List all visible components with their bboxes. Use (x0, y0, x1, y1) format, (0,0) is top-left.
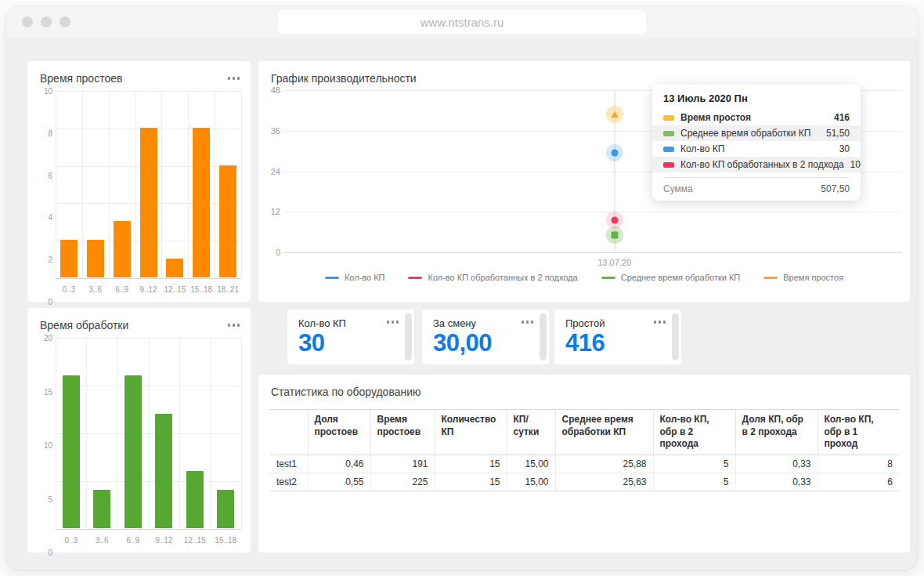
gridline (56, 529, 241, 530)
x-tick-label: 6..9 (115, 285, 128, 294)
panel-stats: Статистика по оборудованию Доля простоев… (258, 375, 910, 552)
table-header-row: Доля простоевВремя простоевКоличество КП… (270, 410, 899, 455)
data-point-triangle[interactable] (611, 111, 619, 118)
value-cell: 15,00 (507, 455, 555, 473)
tooltip-series-marker (663, 131, 674, 136)
gridline (86, 338, 87, 529)
y-tick-label: 2 (35, 255, 52, 264)
legend-marker (763, 277, 778, 279)
performance-legend: Кол-во КПКол-во КП обработанных в 2 подх… (258, 273, 910, 282)
ellipsis-icon (233, 77, 236, 80)
data-point-square[interactable] (611, 231, 618, 238)
legend-marker (601, 277, 615, 279)
window-control-dot[interactable] (22, 16, 33, 27)
y-tick-label: 48 (266, 85, 280, 95)
value-cell: 25,63 (555, 473, 653, 491)
kpi-card-1: Кол-во КП30 (287, 310, 414, 364)
table-header-cell: КП/ сутки (507, 410, 555, 455)
value-cell: 15 (435, 473, 507, 491)
gridline (241, 91, 242, 278)
gridline (188, 91, 189, 278)
tooltip-row: Время простоя416 (652, 110, 861, 125)
kpi-menu-button[interactable] (652, 317, 668, 327)
kpi-scrollbar[interactable] (672, 313, 679, 360)
gridline (117, 338, 118, 529)
bar-12..15[interactable] (186, 471, 204, 528)
legend-item[interactable]: Кол-во КП обработанных в 2 подхода (408, 273, 577, 282)
bar-3..6[interactable] (87, 240, 104, 277)
panel-processing: Время обработки 051015200..33..66..99..1… (27, 308, 251, 552)
bar-12..15[interactable] (166, 259, 183, 277)
gridline (56, 338, 56, 529)
table-header-cell: Кол-во КП, обр в 1 проход (818, 410, 899, 455)
y-tick-label: 0 (266, 248, 280, 257)
bar-6..9[interactable] (114, 221, 131, 277)
y-tick-label: 10 (35, 87, 52, 96)
bar-6..9[interactable] (125, 375, 142, 528)
kpi-value: 30 (298, 331, 403, 355)
processing-bar-chart: 051015200..33..66..99..1212..1515..18 (35, 331, 244, 546)
x-tick-label: 13.07.20 (597, 258, 631, 267)
data-point-circle[interactable] (611, 149, 618, 156)
url-bar[interactable]: www.ntstrans.ru (278, 10, 646, 34)
kpi-value: 416 (565, 331, 670, 355)
ellipsis-icon (659, 321, 662, 324)
table-header-cell: Среднее время обработки КП (555, 410, 653, 455)
value-cell: 0,33 (735, 455, 818, 473)
tooltip-date: 13 Июль 2020 Пн (652, 92, 861, 110)
y-tick-label: 0 (35, 549, 52, 557)
value-cell: 191 (370, 455, 435, 473)
gridline (161, 91, 162, 278)
legend-marker (325, 277, 339, 279)
tooltip-series-label: Кол-во КП (680, 143, 833, 154)
legend-item[interactable]: Кол-во КП (325, 273, 385, 282)
bar-3..6[interactable] (93, 490, 110, 528)
row-name-cell: test2 (270, 473, 308, 491)
bar-15..18[interactable] (217, 490, 234, 528)
bar-0..3[interactable] (60, 240, 78, 277)
table-header-cell: Время простоев (370, 410, 435, 455)
x-tick-label: 0..3 (63, 285, 76, 294)
bar-9..12[interactable] (155, 414, 172, 528)
ellipsis-icon (654, 321, 657, 324)
gridline (135, 91, 136, 278)
data-point-circle[interactable] (611, 217, 618, 224)
bar-18..21[interactable] (219, 165, 236, 277)
kpi-scrollbar[interactable] (405, 313, 412, 360)
kpi-scrollbar[interactable] (540, 313, 547, 360)
panel-downtime-title: Время простоев (40, 72, 122, 85)
value-cell: 15 (435, 455, 507, 473)
panel-menu-button[interactable] (226, 74, 242, 83)
browser-chrome: www.ntstrans.ru (6, 6, 918, 38)
x-tick-label: 12..15 (184, 536, 206, 545)
kpi-menu-button[interactable] (520, 317, 536, 327)
window-control-dot[interactable] (60, 16, 70, 27)
dashboard-page: Время простоев 02468100..33..66..99..121… (6, 38, 918, 570)
ellipsis-icon (237, 77, 240, 80)
ellipsis-icon (228, 77, 231, 80)
legend-item[interactable]: Среднее время обработки КП (601, 273, 741, 282)
panel-menu-button[interactable] (226, 321, 242, 330)
x-tick-label: 15..18 (190, 285, 212, 294)
legend-item[interactable]: Время простоя (763, 273, 843, 282)
tooltip-rows: Время простоя416Среднее время обработки … (652, 110, 861, 172)
table-row: test10,461911515,0025,8850,338 (270, 455, 899, 473)
bar-0..3[interactable] (63, 375, 80, 528)
kpi-menu-button[interactable] (385, 317, 401, 327)
panel-downtime: Время простоев 02468100..33..66..99..121… (27, 61, 251, 302)
x-axis-labels: 0..33..66..99..1212..1515..18 (56, 534, 241, 546)
ellipsis-icon (228, 324, 231, 327)
window-control-dot[interactable] (41, 16, 52, 27)
bar-15..18[interactable] (193, 128, 210, 277)
tooltip-series-value: 51,50 (826, 128, 850, 139)
x-tick-label: 6..9 (126, 536, 139, 545)
x-tick-label: 0..3 (64, 536, 78, 545)
panel-performance: График производительности 01224364813.07… (258, 61, 910, 302)
gridline (109, 91, 110, 278)
gridline (283, 252, 902, 253)
y-tick-label: 6 (35, 171, 52, 179)
gridline (215, 91, 215, 278)
table-row: test20,552251515,0025,6350,336 (270, 473, 899, 491)
bar-9..12[interactable] (140, 128, 157, 277)
ellipsis-icon (396, 321, 399, 324)
